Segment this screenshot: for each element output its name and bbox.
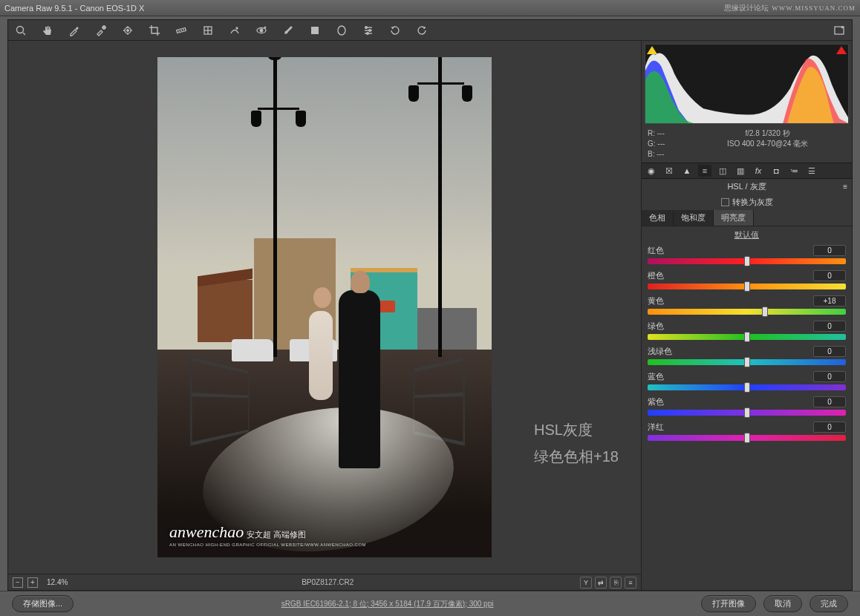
transform-tool-icon[interactable] <box>201 24 215 37</box>
slider-track[interactable] <box>648 435 846 441</box>
cancel-button[interactable]: 取消 <box>763 595 802 612</box>
compare-y-icon[interactable]: Y <box>580 577 592 589</box>
slider-track[interactable] <box>648 309 846 315</box>
crop-tool-icon[interactable] <box>148 24 161 37</box>
hand-tool-icon[interactable] <box>41 24 54 37</box>
slider-value[interactable]: 0 <box>813 321 846 332</box>
fx-tab-icon[interactable]: fx <box>752 165 765 177</box>
panel-menu-icon[interactable]: ≡ <box>843 183 847 191</box>
lens-tab-icon[interactable]: ▥ <box>734 165 747 177</box>
tab-luminance[interactable]: 明亮度 <box>714 210 754 226</box>
color-sampler-tool-icon[interactable] <box>94 24 108 37</box>
slider-thumb[interactable] <box>744 256 750 266</box>
snapshots-tab-icon[interactable]: ☰ <box>805 165 818 177</box>
slider-label: 浅绿色 <box>648 346 672 357</box>
eyedropper-tool-icon[interactable] <box>68 24 81 37</box>
slider-track[interactable] <box>648 284 846 289</box>
svg-point-20 <box>260 29 263 32</box>
slider-value[interactable]: 0 <box>813 422 846 433</box>
exif-aperture: f/2.8 1/320 秒 <box>689 128 846 139</box>
straighten-tool-icon[interactable] <box>175 24 188 37</box>
svg-point-18 <box>236 27 238 29</box>
app-window: Camera Raw 9.5.1 - Canon EOS-1D X 思缘设计论坛… <box>0 0 860 616</box>
slider-value[interactable]: 0 <box>813 245 846 256</box>
graduated-filter-tool-icon[interactable] <box>308 24 322 37</box>
workflow-link[interactable]: sRGB IEC61966-2.1; 8 位; 3456 x 5184 (17.… <box>281 600 494 608</box>
rotate-cw-icon[interactable] <box>415 24 429 37</box>
presets-tab-icon[interactable]: ≔ <box>787 165 801 177</box>
svg-point-31 <box>367 32 369 34</box>
detail-tab-icon[interactable]: ▲ <box>680 165 694 177</box>
slider-track[interactable] <box>648 384 846 390</box>
convert-checkbox[interactable] <box>721 198 729 206</box>
zoom-level[interactable]: 12.4% <box>42 577 75 587</box>
spot-removal-tool-icon[interactable] <box>228 24 241 37</box>
rgb-b: B: --- <box>648 149 689 160</box>
slider-value[interactable]: 0 <box>813 346 846 357</box>
slider-thumb[interactable] <box>762 307 768 317</box>
svg-line-12 <box>179 30 180 31</box>
slider-value[interactable]: 0 <box>813 396 846 407</box>
slider-track[interactable] <box>648 258 846 264</box>
preview-area[interactable]: anwenchao安文超 高端修图 AN WENCHAO HIGH-END GR… <box>8 41 641 574</box>
photo-preview: anwenchao安文超 高端修图 AN WENCHAO HIGH-END GR… <box>157 57 492 557</box>
sliders-container: 红色0橙色0黄色+18绿色0浅绿色0蓝色0紫色0洋红0 <box>642 243 852 448</box>
overlay-annotation: HSL灰度 绿色色相+18 <box>534 416 619 470</box>
slider-label: 洋红 <box>648 422 664 433</box>
preferences-icon[interactable] <box>362 24 375 37</box>
basic-tab-icon[interactable]: ◉ <box>645 165 658 177</box>
open-image-button[interactable]: 打开图像 <box>701 595 756 612</box>
zoom-out-button[interactable]: − <box>13 577 23 588</box>
split-tab-icon[interactable]: ◫ <box>716 165 729 177</box>
window-title: Camera Raw 9.5.1 - Canon EOS-1D X <box>4 4 144 13</box>
zoom-tool-icon[interactable] <box>14 24 27 37</box>
rotate-ccw-icon[interactable] <box>388 24 402 37</box>
slider-value[interactable]: +18 <box>813 295 846 307</box>
slider-value[interactable]: 0 <box>813 270 846 281</box>
rgb-r: R: --- <box>648 128 689 139</box>
fullscreen-icon[interactable] <box>833 24 846 37</box>
svg-point-0 <box>17 26 24 33</box>
content-row: anwenchao安文超 高端修图 AN WENCHAO HIGH-END GR… <box>8 41 852 590</box>
slider-thumb[interactable] <box>744 407 750 418</box>
slider-thumb[interactable] <box>744 357 750 367</box>
save-image-button[interactable]: 存储图像... <box>12 595 74 612</box>
targeted-adjust-tool-icon[interactable] <box>121 24 134 37</box>
convert-grayscale-row[interactable]: 转换为灰度 <box>642 194 852 210</box>
slider-thumb[interactable] <box>744 281 750 292</box>
slider-row-1: 橙色0 <box>648 270 846 289</box>
preview-column: anwenchao安文超 高端修图 AN WENCHAO HIGH-END GR… <box>8 41 641 590</box>
watermark-corner: 思缘设计论坛 WWW.MISSYUAN.COM <box>724 3 856 13</box>
slider-thumb[interactable] <box>744 332 750 342</box>
zoom-in-button[interactable]: + <box>27 577 38 588</box>
exif-info: R: --- G: --- B: --- f/2.8 1/320 秒 ISO 4… <box>642 127 852 163</box>
brush-tool-icon[interactable] <box>281 24 295 37</box>
done-button[interactable]: 完成 <box>809 595 848 612</box>
settings-icon[interactable]: ≡ <box>625 577 636 589</box>
redeye-tool-icon[interactable] <box>255 24 268 37</box>
slider-row-2: 黄色+18 <box>648 295 846 315</box>
highlight-clip-icon[interactable] <box>836 46 847 54</box>
hsl-sub-tabs: 色相 饱和度 明亮度 <box>642 210 852 226</box>
slider-thumb[interactable] <box>744 382 750 393</box>
histogram[interactable] <box>645 44 849 124</box>
curve-tab-icon[interactable]: ☒ <box>662 165 676 177</box>
camera-tab-icon[interactable]: ◘ <box>769 165 783 177</box>
tab-hue[interactable]: 色相 <box>642 210 674 226</box>
hsl-tab-icon[interactable]: ≡ <box>698 165 711 177</box>
slider-track[interactable] <box>648 410 846 416</box>
titlebar: Camera Raw 9.5.1 - Canon EOS-1D X 思缘设计论坛… <box>0 0 860 16</box>
copy-icon[interactable]: ⎘ <box>610 577 622 589</box>
swap-icon[interactable]: ⇄ <box>595 577 607 589</box>
slider-track[interactable] <box>648 334 846 340</box>
default-link[interactable]: 默认值 <box>642 226 852 243</box>
slider-row-0: 红色0 <box>648 245 846 264</box>
tab-saturation[interactable]: 饱和度 <box>674 210 714 226</box>
slider-track[interactable] <box>648 359 846 365</box>
forum-name: 思缘设计论坛 <box>724 3 769 13</box>
slider-label: 绿色 <box>648 321 664 332</box>
slider-value[interactable]: 0 <box>813 371 846 382</box>
radial-filter-tool-icon[interactable] <box>335 24 348 37</box>
slider-thumb[interactable] <box>744 433 750 443</box>
shadow-clip-icon[interactable] <box>647 46 657 54</box>
